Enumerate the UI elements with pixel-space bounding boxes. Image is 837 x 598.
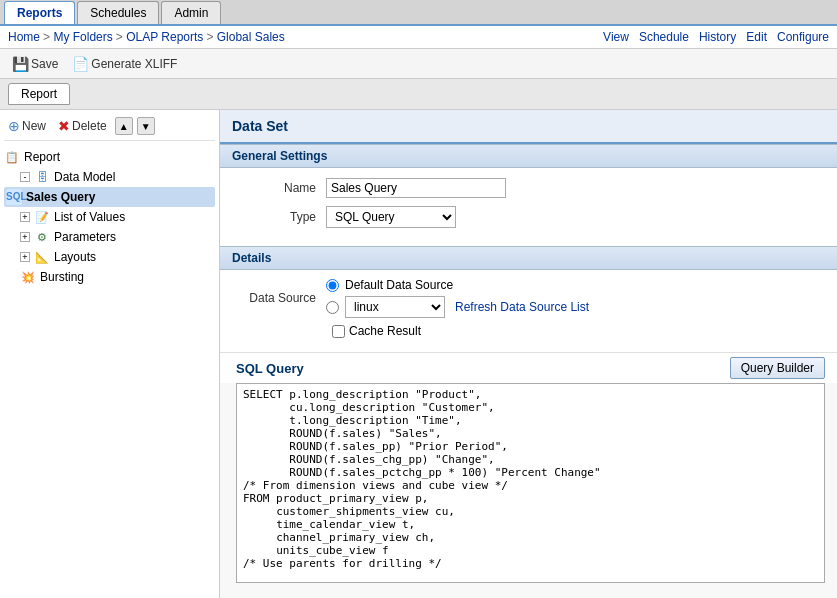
tree-label-data-model: Data Model	[54, 170, 115, 184]
tree-item-list-of-values[interactable]: + 📝 List of Values	[4, 207, 215, 227]
tree-label-sales-query: Sales Query	[26, 190, 95, 204]
dataset-header: Data Set	[220, 110, 837, 144]
details-title: Details	[220, 246, 837, 270]
type-row: Type SQL Query	[236, 206, 821, 228]
action-edit[interactable]: Edit	[746, 30, 767, 44]
tree-label-bursting: Bursting	[40, 270, 84, 284]
tab-report[interactable]: Report	[8, 83, 70, 105]
tree-label-layouts: Layouts	[54, 250, 96, 264]
type-select[interactable]: SQL Query	[326, 206, 456, 228]
new-label: New	[22, 119, 46, 133]
action-schedule[interactable]: Schedule	[639, 30, 689, 44]
move-down-icon[interactable]: ▼	[137, 117, 155, 135]
sales-query-icon: SQL	[6, 189, 22, 205]
default-datasource-radio[interactable]	[326, 279, 339, 292]
name-row: Name	[236, 178, 821, 198]
sql-textarea[interactable]	[237, 384, 824, 579]
tree-label-list-of-values: List of Values	[54, 210, 125, 224]
details-form: Data Source Default Data Source linux Re…	[220, 270, 837, 352]
breadcrumb-home[interactable]: Home	[8, 30, 40, 44]
default-datasource-row: Default Data Source	[326, 278, 589, 292]
delete-button[interactable]: ✖ Delete	[54, 116, 111, 136]
breadcrumb: Home > My Folders > OLAP Reports > Globa…	[8, 30, 285, 44]
save-label: Save	[31, 57, 58, 71]
linux-datasource-row: linux Refresh Data Source List	[326, 296, 589, 318]
expand-layouts[interactable]: +	[20, 252, 30, 262]
save-button[interactable]: 💾 Save	[8, 54, 62, 74]
top-actions: View Schedule History Edit Configure	[603, 30, 829, 44]
tab-schedules[interactable]: Schedules	[77, 1, 159, 24]
details-section: Details Data Source Default Data Source …	[220, 246, 837, 352]
toolbar: 💾 Save 📄 Generate XLIFF	[0, 49, 837, 79]
tab-admin[interactable]: Admin	[161, 1, 221, 24]
default-datasource-label: Default Data Source	[345, 278, 453, 292]
data-model-icon: 🗄	[34, 169, 50, 185]
datasource-select[interactable]: linux	[345, 296, 445, 318]
datasource-row: Data Source Default Data Source linux Re…	[236, 278, 821, 318]
delete-icon: ✖	[58, 118, 70, 134]
tree-toolbar: ⊕ New ✖ Delete ▲ ▼	[4, 116, 215, 141]
cache-result-checkbox[interactable]	[332, 325, 345, 338]
expand-list-of-values[interactable]: +	[20, 212, 30, 222]
tree-item-report[interactable]: 📋 Report	[4, 147, 215, 167]
report-tab-row: Report	[0, 79, 837, 110]
breadcrumb-olap-reports[interactable]: OLAP Reports	[126, 30, 203, 44]
sql-query-label: SQL Query	[236, 361, 304, 376]
report-icon: 📋	[4, 149, 20, 165]
linux-datasource-radio[interactable]	[326, 301, 339, 314]
top-tabs-bar: Reports Schedules Admin	[0, 0, 837, 26]
breadcrumb-bar: Home > My Folders > OLAP Reports > Globa…	[0, 26, 837, 49]
sidebar: ⊕ New ✖ Delete ▲ ▼ 📋 Report - 🗄 Data Mod…	[0, 110, 220, 598]
cache-result-label: Cache Result	[349, 324, 421, 338]
refresh-datasource-link[interactable]: Refresh Data Source List	[455, 300, 589, 314]
tree-label-report: Report	[24, 150, 60, 164]
tree-item-parameters[interactable]: + ⚙ Parameters	[4, 227, 215, 247]
general-settings-section: General Settings Name Type SQL Query	[220, 144, 837, 246]
bursting-icon: 💥	[20, 269, 36, 285]
list-of-values-icon: 📝	[34, 209, 50, 225]
expand-parameters[interactable]: +	[20, 232, 30, 242]
name-label: Name	[236, 181, 326, 195]
save-icon: 💾	[12, 56, 28, 72]
xliff-icon: 📄	[72, 56, 88, 72]
expand-data-model[interactable]: -	[20, 172, 30, 182]
right-content: Data Set General Settings Name Type SQL …	[220, 110, 837, 598]
cache-row: Cache Result	[332, 324, 821, 338]
layouts-icon: 📐	[34, 249, 50, 265]
radio-group: Default Data Source linux Refresh Data S…	[326, 278, 589, 318]
action-view[interactable]: View	[603, 30, 629, 44]
tree-item-bursting[interactable]: 💥 Bursting	[4, 267, 215, 287]
type-label: Type	[236, 210, 326, 224]
move-up-icon[interactable]: ▲	[115, 117, 133, 135]
xliff-label: Generate XLIFF	[91, 57, 177, 71]
new-button[interactable]: ⊕ New	[4, 116, 50, 136]
general-settings-form: Name Type SQL Query	[220, 168, 837, 246]
sql-header-row: SQL Query Query Builder	[220, 352, 837, 383]
new-icon: ⊕	[8, 118, 20, 134]
datasource-label: Data Source	[236, 291, 326, 305]
parameters-icon: ⚙	[34, 229, 50, 245]
tree-label-parameters: Parameters	[54, 230, 116, 244]
query-builder-button[interactable]: Query Builder	[730, 357, 825, 379]
tree-item-layouts[interactable]: + 📐 Layouts	[4, 247, 215, 267]
action-history[interactable]: History	[699, 30, 736, 44]
action-configure[interactable]: Configure	[777, 30, 829, 44]
delete-label: Delete	[72, 119, 107, 133]
tree-item-data-model[interactable]: - 🗄 Data Model	[4, 167, 215, 187]
general-settings-title: General Settings	[220, 144, 837, 168]
generate-xliff-button[interactable]: 📄 Generate XLIFF	[68, 54, 181, 74]
sql-area-wrap	[236, 383, 825, 583]
breadcrumb-my-folders[interactable]: My Folders	[53, 30, 112, 44]
main-content: ⊕ New ✖ Delete ▲ ▼ 📋 Report - 🗄 Data Mod…	[0, 110, 837, 598]
tree-item-sales-query[interactable]: SQL Sales Query	[4, 187, 215, 207]
tab-reports[interactable]: Reports	[4, 1, 75, 24]
breadcrumb-global-sales[interactable]: Global Sales	[217, 30, 285, 44]
type-select-wrap: SQL Query	[326, 206, 456, 228]
name-input[interactable]	[326, 178, 506, 198]
